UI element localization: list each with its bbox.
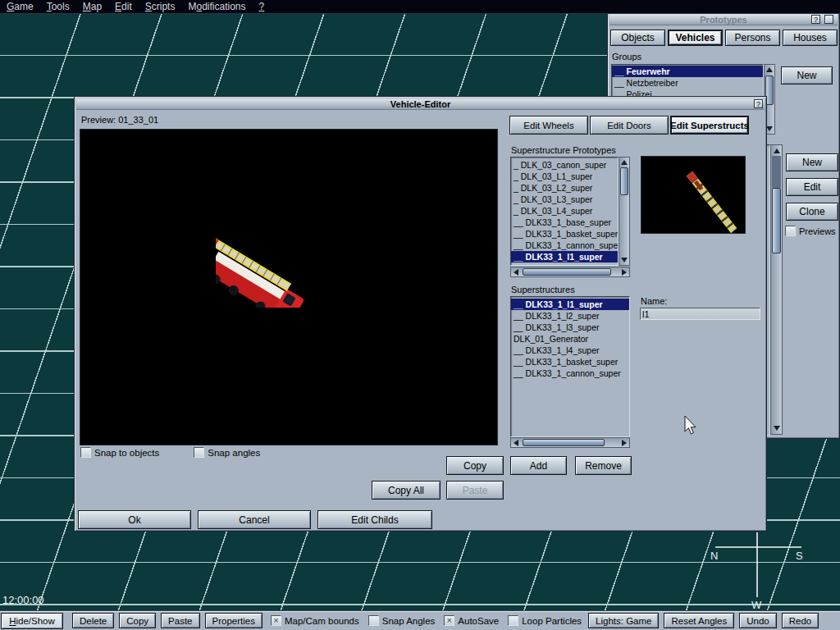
- group-row[interactable]: __ Feuerwehr: [612, 66, 763, 77]
- prototype-row[interactable]: _ DLK_03_L4_super: [511, 205, 618, 217]
- group-row[interactable]: __ Netzbetreiber: [612, 77, 763, 89]
- checkbox[interactable]: [80, 447, 91, 458]
- toolbar-checkbox-row[interactable]: Snap Angles: [368, 615, 436, 626]
- prototypes-titlebar[interactable]: Prototypes: [609, 14, 838, 25]
- name-input[interactable]: [640, 308, 760, 320]
- groups-new-button[interactable]: New: [781, 66, 833, 84]
- checkbox[interactable]: [368, 615, 379, 626]
- edit-mode-button[interactable]: Edit Superstructs: [670, 116, 749, 135]
- prototype-scroll-thumb[interactable]: [772, 188, 781, 253]
- edit-mode-buttons: Edit WheelsEdit DoorsEdit Superstructs: [509, 116, 749, 135]
- toolbar-button[interactable]: Delete: [72, 613, 114, 628]
- snap-options: Snap to objectsSnap angles: [80, 447, 260, 458]
- checkbox[interactable]: ×: [271, 615, 281, 626]
- menu-item[interactable]: Game: [7, 1, 34, 12]
- toolbar-button[interactable]: Redo: [782, 613, 819, 628]
- prototype-action-button[interactable]: Clone: [786, 203, 838, 221]
- copy-all-button[interactable]: Copy All: [372, 481, 441, 500]
- checkbox[interactable]: [508, 615, 518, 626]
- superstructure-row[interactable]: DLK_01_Generator: [511, 333, 629, 345]
- prototype-row[interactable]: _ DLK_03_L2_super: [511, 182, 618, 194]
- toolbar-button[interactable]: Lights: Game: [588, 613, 659, 628]
- copy-button[interactable]: Copy: [446, 456, 504, 475]
- scroll-down-icon[interactable]: [621, 258, 628, 262]
- checkbox[interactable]: ×: [444, 615, 454, 626]
- prototype-row[interactable]: _ DLK_03_L1_super: [511, 171, 618, 182]
- snap-checkbox-row[interactable]: Snap to objects: [80, 447, 159, 458]
- prototype-row[interactable]: __ DLK33_1_basket_super: [511, 228, 618, 240]
- prototype-row[interactable]: _ DLK_03_canon_super: [511, 159, 618, 171]
- superstructure-row[interactable]: __ DLK33_1_l4_super: [511, 345, 629, 356]
- edit-mode-button[interactable]: Edit Doors: [590, 116, 669, 135]
- prototype-row[interactable]: __ DLK33_1_l1_super: [511, 251, 618, 262]
- scroll-up-icon[interactable]: [621, 160, 628, 165]
- menu-item[interactable]: Map: [83, 1, 102, 12]
- prototype-tab[interactable]: Persons: [725, 30, 780, 46]
- prototype-action-button[interactable]: Edit: [786, 178, 838, 196]
- dialog-title: Vehicle-Editor: [390, 99, 450, 109]
- superstructure-row[interactable]: __ DLK33_1_l1_super: [511, 299, 629, 310]
- scroll-left-icon[interactable]: [514, 440, 518, 446]
- proto-v-scrollbar[interactable]: [619, 157, 630, 266]
- toolbar-button[interactable]: Undo: [739, 613, 777, 628]
- remove-button[interactable]: Remove: [575, 456, 632, 475]
- prototype-tab[interactable]: Houses: [783, 30, 838, 46]
- prototype-list-scrollbar[interactable]: [770, 144, 783, 435]
- scroll-up-icon[interactable]: [774, 148, 780, 153]
- scroll-up-icon[interactable]: [766, 67, 773, 72]
- add-button[interactable]: Add: [510, 456, 567, 475]
- menu-item[interactable]: Modifications: [188, 1, 245, 12]
- superstructure-row[interactable]: __ DLK33_1_l3_super: [511, 322, 629, 333]
- dialog-titlebar[interactable]: Vehicle-Editor: [76, 98, 765, 110]
- panel-collapse-button[interactable]: [824, 15, 833, 24]
- cancel-button[interactable]: Cancel: [198, 510, 311, 529]
- prototype-row[interactable]: __ DLK33_1_base_super: [511, 217, 618, 228]
- panel-help-button[interactable]: ?: [811, 15, 820, 24]
- superstructure-row[interactable]: __ DLK33_1_cannon_super: [511, 368, 629, 379]
- toolbar-button[interactable]: Reset Angles: [664, 613, 734, 628]
- toolbar-button[interactable]: Properties: [205, 613, 262, 628]
- superstructure-row[interactable]: __ DLK33_1_basket_super: [511, 356, 629, 368]
- menu-item[interactable]: Scripts: [145, 1, 176, 12]
- prototype-action-button[interactable]: New: [786, 153, 838, 171]
- scroll-down-icon[interactable]: [766, 126, 773, 131]
- toolbar-button[interactable]: Paste: [161, 613, 199, 628]
- super-h-scrollbar[interactable]: [510, 437, 630, 448]
- superstructure-prototypes-list[interactable]: _ DLK_03_canon_super_ DLK_03_L1_super_ D…: [510, 157, 619, 266]
- previews-checkbox-row[interactable]: Previews: [785, 226, 836, 236]
- menu-item[interactable]: Tools: [47, 1, 70, 12]
- toolbar-checkbox-row[interactable]: ×Map/Cam bounds: [271, 615, 359, 626]
- toolbar-checkbox-row[interactable]: ×AutoSave: [444, 615, 499, 626]
- prototype-row[interactable]: _ DLK_03_L3_super: [511, 194, 618, 205]
- scroll-right-icon[interactable]: [622, 269, 627, 276]
- toolbar-button[interactable]: Copy: [119, 613, 156, 628]
- checkbox[interactable]: [194, 447, 204, 458]
- proto-scroll-thumb[interactable]: [620, 167, 628, 195]
- groups-label: Groups: [612, 52, 641, 62]
- prototype-tab[interactable]: Objects: [610, 30, 665, 46]
- snap-checkbox-row[interactable]: Snap angles: [194, 447, 260, 458]
- menu-item[interactable]: ?: [259, 1, 265, 12]
- super-h-thumb[interactable]: [523, 439, 605, 446]
- superstructure-row[interactable]: __ DLK33_1_l2_super: [511, 310, 629, 322]
- superstructures-list[interactable]: __ DLK33_1_l1_super__ DLK33_1_l2_super__…: [510, 296, 630, 437]
- scroll-down-icon[interactable]: [774, 426, 780, 431]
- proto-h-thumb[interactable]: [523, 268, 611, 276]
- menu-item[interactable]: Edit: [115, 1, 132, 12]
- vehicle-preview-canvas[interactable]: [80, 129, 498, 445]
- prototype-tab[interactable]: Vehicles: [668, 30, 723, 46]
- edit-childs-button[interactable]: Edit Childs: [317, 510, 432, 529]
- prototype-row[interactable]: __ DLK33_1_cannon_super: [511, 240, 618, 251]
- dialog-help-button[interactable]: ?: [754, 99, 763, 108]
- paste-button[interactable]: Paste: [446, 481, 504, 500]
- previews-checkbox[interactable]: [785, 226, 796, 236]
- toolbar-checkbox-row[interactable]: Loop Particles: [508, 615, 582, 626]
- scroll-left-icon[interactable]: [514, 269, 518, 276]
- hide-show-button[interactable]: Hide/Show: [1, 613, 63, 629]
- edit-mode-button[interactable]: Edit Wheels: [509, 116, 588, 135]
- vehicle-editor-dialog: Vehicle-Editor ? Preview: 01_33_01 Snap …: [74, 96, 767, 532]
- scroll-right-icon[interactable]: [622, 440, 627, 446]
- prototype-row[interactable]: __ DLK33_1_l2_super: [511, 262, 618, 266]
- proto-h-scrollbar[interactable]: [510, 267, 630, 277]
- ok-button[interactable]: Ok: [78, 510, 191, 529]
